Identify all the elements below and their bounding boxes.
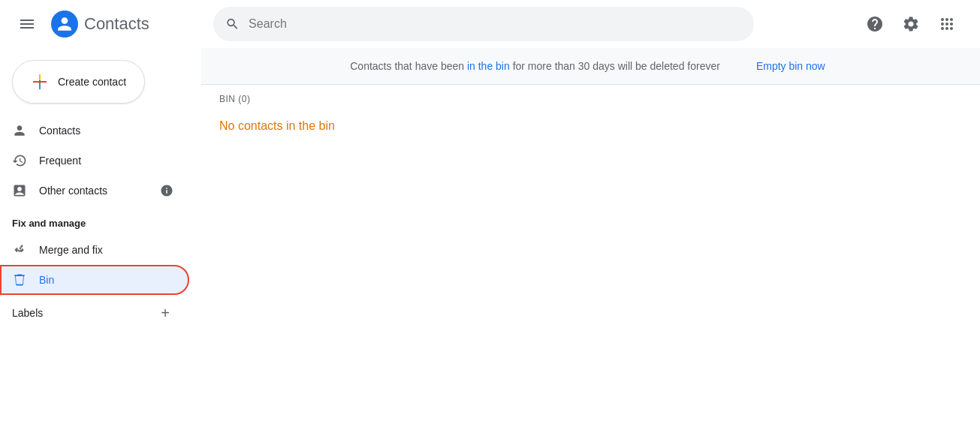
history-icon: [12, 153, 27, 168]
person-icon: [12, 123, 27, 138]
add-label-button[interactable]: +: [153, 301, 177, 325]
bin-icon: [12, 272, 27, 287]
person-add-icon: [12, 183, 27, 198]
sidebar-item-contacts[interactable]: Contacts: [0, 116, 189, 146]
app-title: Contacts: [84, 14, 149, 34]
sidebar-item-frequent[interactable]: Frequent: [0, 146, 189, 176]
labels-title: Labels: [12, 307, 43, 319]
settings-icon: [902, 15, 920, 33]
apps-button[interactable]: [932, 9, 962, 39]
create-contact-button[interactable]: Create contact: [12, 60, 145, 104]
contacts-label: Contacts: [39, 125, 80, 137]
header-actions: [860, 9, 968, 39]
avatar-icon: [56, 16, 73, 32]
bin-count-label: BIN (0): [201, 85, 980, 113]
banner-text: Contacts that have been in the bin for m…: [350, 60, 720, 72]
search-input[interactable]: [249, 17, 742, 31]
sidebar-item-bin[interactable]: Bin: [0, 265, 189, 295]
search-icon: [225, 17, 240, 32]
app-logo: Contacts: [51, 11, 149, 38]
apps-icon: [938, 15, 956, 33]
help-button[interactable]: [860, 9, 890, 39]
user-avatar: [51, 11, 78, 38]
fix-and-manage-heading: Fix and manage: [0, 206, 201, 235]
banner-highlight: in the bin: [467, 60, 510, 72]
add-label-icon: +: [161, 305, 170, 322]
merge-and-fix-label: Merge and fix: [39, 244, 103, 256]
no-contacts-message: No contacts in the bin: [201, 113, 980, 139]
create-contact-label: Create contact: [58, 76, 126, 88]
labels-section: Labels +: [0, 295, 189, 331]
menu-icon: [18, 15, 36, 33]
bin-label: Bin: [39, 274, 54, 286]
search-bar[interactable]: [213, 7, 754, 41]
menu-button[interactable]: [12, 9, 42, 39]
sidebar-item-merge-fix[interactable]: Merge and fix: [0, 235, 189, 265]
sidebar-item-other-contacts[interactable]: Other contacts: [0, 176, 189, 206]
empty-bin-button[interactable]: Empty bin now: [750, 57, 831, 75]
bin-banner: Contacts that have been in the bin for m…: [201, 48, 980, 85]
info-icon: [160, 184, 173, 197]
frequent-label: Frequent: [39, 155, 81, 167]
help-icon: [866, 15, 884, 33]
other-contacts-label: Other contacts: [39, 185, 107, 197]
other-contacts-info-button[interactable]: [156, 180, 177, 201]
sidebar: Create contact Contacts Frequent Other c…: [0, 48, 201, 430]
settings-button[interactable]: [896, 9, 926, 39]
main-content: Contacts that have been in the bin for m…: [201, 48, 980, 430]
merge-icon: [12, 242, 27, 257]
create-icon: [31, 73, 49, 91]
